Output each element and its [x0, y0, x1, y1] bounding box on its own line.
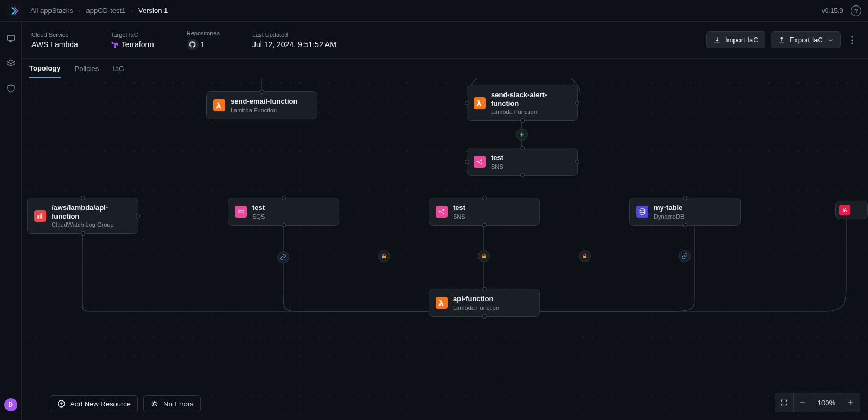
cloudwatch-icon: [34, 210, 46, 222]
add-new-resource-button[interactable]: Add New Resource: [50, 395, 138, 412]
node-sqs-test[interactable]: testSQS: [228, 198, 339, 226]
svg-rect-9: [41, 213, 42, 219]
svg-point-19: [153, 402, 156, 405]
lambda-icon: [474, 97, 486, 109]
sns-icon: [474, 156, 486, 168]
breadcrumb-version: Version 1: [138, 7, 168, 15]
node-title: my-table: [654, 203, 684, 212]
sqs-icon: [235, 206, 247, 218]
iam-icon: IA: [839, 205, 850, 215]
zoom-in-button[interactable]: [841, 393, 860, 412]
plus-circle-icon: [57, 399, 66, 408]
zoom-out-button[interactable]: [794, 393, 812, 412]
target-iac-label: Target IaC: [111, 31, 154, 38]
kebab-icon: [851, 36, 853, 44]
node-dynamodb-my-table[interactable]: my-tableDynamoDB: [629, 198, 741, 226]
node-send-slack-alert-function[interactable]: send-slack-alert-functionLambda Function: [467, 85, 578, 121]
terraform-icon: [111, 41, 118, 48]
errors-button[interactable]: No Errors: [143, 395, 201, 412]
lambda-icon: [436, 297, 448, 309]
export-icon: [778, 36, 786, 44]
node-subtitle: SNS: [491, 163, 503, 170]
breadcrumb-root[interactable]: All appStacks: [30, 7, 73, 15]
node-subtitle: Lambda Function: [453, 304, 499, 311]
chevron-down-icon: [827, 37, 834, 43]
node-title: test: [453, 203, 465, 212]
svg-point-4: [477, 161, 478, 162]
edge-link-icon[interactable]: [277, 251, 289, 263]
import-iac-button[interactable]: Import IaC: [706, 31, 765, 48]
chevron-right-icon: ›: [79, 8, 81, 14]
edge-lock-icon[interactable]: [478, 250, 490, 262]
breadcrumb-project[interactable]: appCD-test1: [86, 7, 125, 15]
cloud-service-value: AWS Lambda: [31, 40, 78, 49]
svg-point-12: [443, 209, 444, 210]
svg-point-1: [851, 36, 853, 37]
svg-point-2: [851, 39, 853, 41]
more-options-button[interactable]: [846, 32, 858, 48]
node-sns-test-upper[interactable]: testSNS: [467, 148, 578, 176]
svg-rect-17: [583, 256, 586, 259]
node-title: api-function: [453, 295, 499, 303]
last-updated-label: Last Updated: [252, 31, 336, 38]
github-icon: [189, 41, 196, 48]
lambda-icon: [213, 99, 225, 111]
svg-point-5: [481, 159, 482, 160]
repositories-value[interactable]: 1: [187, 39, 220, 50]
node-subtitle: SQS: [252, 213, 265, 220]
node-api-function[interactable]: api-functionLambda Function: [429, 289, 540, 317]
user-avatar[interactable]: D: [4, 398, 17, 411]
repositories-label: Repositories: [187, 30, 220, 36]
app-logo[interactable]: [7, 3, 23, 19]
node-title: test: [491, 154, 503, 162]
svg-rect-8: [40, 214, 41, 218]
tab-iac[interactable]: IaC: [113, 59, 124, 78]
edge-lock-icon[interactable]: [579, 250, 591, 262]
topology-canvas[interactable]: send-email-functionLambda Function send-…: [22, 78, 868, 420]
fullscreen-button[interactable]: [775, 393, 794, 412]
export-iac-button[interactable]: Export IaC: [771, 31, 841, 48]
node-title: send-slack-alert-function: [491, 91, 571, 107]
node-subtitle: CloudWatch Log Group: [52, 221, 131, 228]
dynamodb-icon: [636, 206, 648, 218]
node-cloudwatch-log-group[interactable]: /aws/lambda/api-functionCloudWatch Log G…: [27, 198, 138, 234]
nav-layers-icon[interactable]: [5, 58, 17, 69]
nav-shield-icon[interactable]: [5, 82, 17, 94]
target-iac-value: Terraform: [111, 40, 154, 49]
sns-icon: [436, 206, 448, 218]
edge-link-icon[interactable]: [679, 250, 691, 262]
tab-topology[interactable]: Topology: [29, 59, 61, 78]
node-sns-test-lower[interactable]: testSNS: [429, 198, 540, 226]
svg-point-3: [851, 42, 853, 44]
edge-lock-icon[interactable]: [378, 250, 390, 262]
nav-monitor-icon[interactable]: [5, 33, 17, 44]
bug-icon: [150, 399, 159, 408]
import-icon: [713, 36, 721, 44]
svg-rect-0: [7, 35, 15, 40]
last-updated-value: Jul 12, 2024, 9:51:52 AM: [252, 40, 336, 49]
chevron-right-icon: ›: [131, 8, 133, 14]
svg-point-11: [439, 211, 440, 212]
node-title: /aws/lambda/api-function: [52, 203, 131, 220]
svg-point-6: [481, 163, 482, 164]
edge-trigger-icon[interactable]: [516, 129, 528, 141]
node-subtitle: DynamoDB: [654, 213, 684, 220]
svg-point-14: [640, 209, 644, 211]
node-title: test: [252, 203, 265, 212]
node-send-email-function[interactable]: send-email-functionLambda Function: [206, 91, 317, 119]
svg-point-13: [443, 213, 444, 214]
zoom-level: 100%: [812, 393, 841, 412]
svg-rect-15: [382, 256, 386, 259]
help-icon[interactable]: ?: [851, 5, 861, 16]
tab-policies[interactable]: Policies: [75, 59, 99, 78]
breadcrumb: All appStacks › appCD-test1 › Version 1: [30, 7, 168, 15]
svg-rect-16: [482, 256, 486, 259]
node-subtitle: Lambda Function: [491, 109, 571, 115]
zoom-controls: 100%: [775, 393, 860, 412]
svg-rect-7: [37, 215, 39, 218]
topology-edges: [22, 78, 868, 420]
cloud-service-label: Cloud Service: [31, 31, 78, 38]
node-subtitle: SNS: [453, 213, 465, 220]
app-version: v0.15.9: [822, 7, 843, 15]
node-iam[interactable]: IA: [835, 201, 868, 219]
